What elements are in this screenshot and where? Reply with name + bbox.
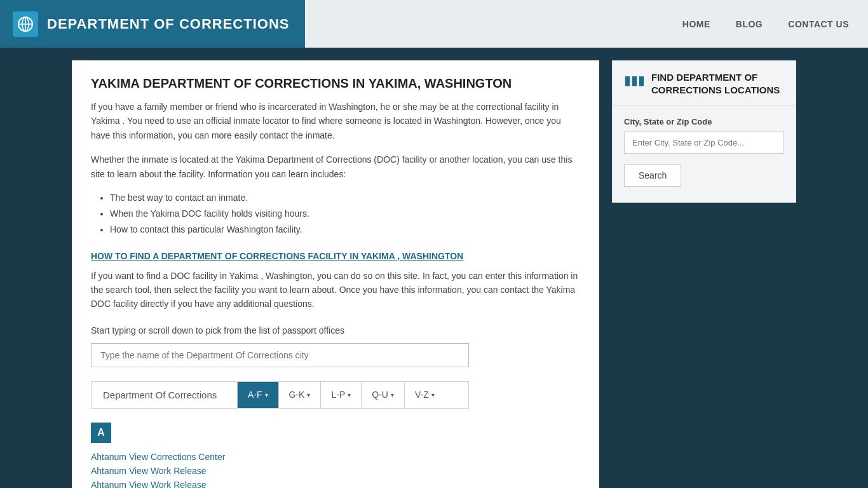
scroll-hint: Start typing or scroll down to pick from… bbox=[91, 325, 580, 336]
tab-af-label: A-F bbox=[248, 390, 262, 400]
tab-gk-label: G-K bbox=[289, 390, 305, 400]
bullet-list: The best way to contact an inmate. When … bbox=[110, 190, 580, 238]
header: DEPARTMENT OF CORRECTIONS HOME BLOG CONT… bbox=[0, 0, 868, 48]
intro-text: If you have a family member or friend wh… bbox=[91, 100, 580, 142]
find-widget-header: ▮▮▮ FIND DEPARTMENT OF CORRECTIONS LOCAT… bbox=[613, 61, 796, 105]
nav-blog[interactable]: BLOG bbox=[736, 19, 763, 29]
tab-lp-chevron: ▾ bbox=[348, 391, 351, 398]
bullet-item: When the Yakima DOC facility holds visit… bbox=[110, 206, 580, 222]
tab-bar: Department Of Corrections A-F ▾ G-K ▾ L-… bbox=[91, 381, 469, 409]
nav-home[interactable]: HOME bbox=[682, 19, 710, 29]
logo-area: DEPARTMENT OF CORRECTIONS bbox=[0, 0, 305, 48]
find-widget-title: FIND DEPARTMENT OF CORRECTIONS LOCATIONS bbox=[651, 71, 784, 96]
how-to-text: If you want to find a DOC facility in Ya… bbox=[91, 269, 580, 311]
tab-lp[interactable]: L-P ▾ bbox=[321, 382, 362, 408]
how-to-heading: HOW TO FIND A DEPARTMENT OF CORRECTIONS … bbox=[91, 251, 580, 261]
find-widget: ▮▮▮ FIND DEPARTMENT OF CORRECTIONS LOCAT… bbox=[612, 60, 796, 203]
main-wrapper: YAKIMA DEPARTMENT OF CORRECTIONS IN YAKI… bbox=[65, 60, 803, 488]
location-label: City, State or Zip Code bbox=[624, 117, 784, 126]
tab-af-chevron: ▾ bbox=[265, 391, 268, 398]
tab-af[interactable]: A-F ▾ bbox=[238, 382, 279, 408]
find-widget-body: City, State or Zip Code Search bbox=[613, 117, 796, 187]
bullet-item: How to contact this particular Washingto… bbox=[110, 222, 580, 238]
tab-gk-chevron: ▾ bbox=[307, 391, 310, 398]
city-search-input[interactable] bbox=[91, 343, 469, 367]
chart-bar-icon: ▮▮▮ bbox=[624, 72, 645, 88]
main-nav: HOME BLOG CONTACT US bbox=[305, 0, 868, 48]
tab-vz-chevron: ▾ bbox=[431, 391, 435, 398]
tab-vz-label: V-Z bbox=[415, 390, 429, 400]
tab-qu-chevron: ▾ bbox=[391, 391, 394, 398]
search-button[interactable]: Search bbox=[624, 164, 681, 187]
content-area: YAKIMA DEPARTMENT OF CORRECTIONS IN YAKI… bbox=[72, 60, 599, 488]
tab-qu[interactable]: Q-U ▾ bbox=[362, 382, 405, 408]
tab-gk[interactable]: G-K ▾ bbox=[279, 382, 322, 408]
location-input[interactable] bbox=[624, 132, 784, 154]
tab-dept-label: Department Of Corrections bbox=[92, 382, 238, 408]
info-text: Whether the inmate is located at the Yak… bbox=[91, 152, 580, 181]
tab-qu-label: Q-U bbox=[372, 390, 388, 400]
page-heading: YAKIMA DEPARTMENT OF CORRECTIONS IN YAKI… bbox=[91, 76, 580, 91]
correction-link-3[interactable]: Ahtanum View Work Release bbox=[91, 480, 580, 488]
bullet-item: The best way to contact an inmate. bbox=[110, 190, 580, 206]
site-title: DEPARTMENT OF CORRECTIONS bbox=[47, 16, 289, 32]
correction-link-2[interactable]: Ahtanum View Work Release bbox=[91, 466, 580, 476]
tab-lp-label: L-P bbox=[331, 390, 345, 400]
tab-vz[interactable]: V-Z ▾ bbox=[405, 382, 445, 408]
nav-contact[interactable]: CONTACT US bbox=[788, 19, 849, 29]
letter-badge: A bbox=[91, 423, 111, 443]
correction-link-1[interactable]: Ahtanum View Corrections Center bbox=[91, 452, 580, 462]
logo-icon bbox=[13, 11, 38, 37]
sidebar: ▮▮▮ FIND DEPARTMENT OF CORRECTIONS LOCAT… bbox=[612, 60, 796, 488]
